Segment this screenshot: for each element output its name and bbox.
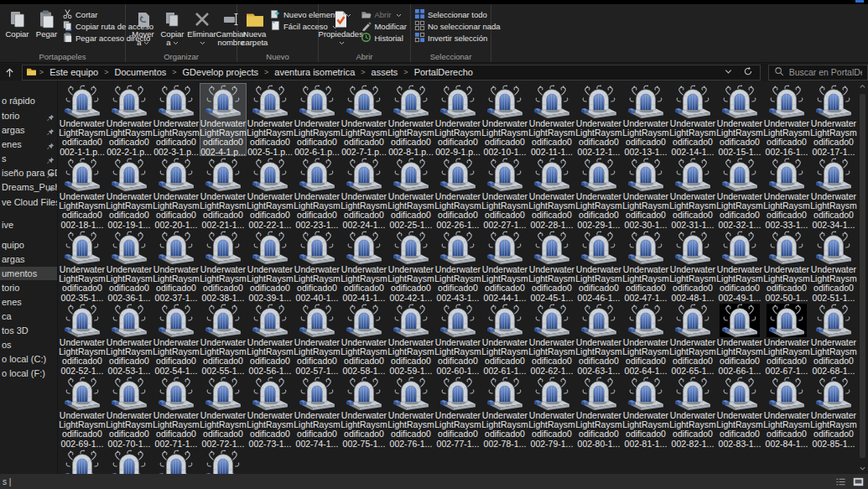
file-item[interactable]: Underwater LightRaysm odificado0 002-4-1…	[200, 83, 247, 156]
file-item[interactable]: Underwater LightRaysm odificado0 002-85-…	[810, 375, 857, 448]
file-item[interactable]: Underwater LightRaysm odificado0 002-59-…	[387, 302, 434, 375]
breadcrumb-item[interactable]: Este equipo	[46, 67, 101, 77]
copy-to-button[interactable]: Copiara	[159, 7, 186, 51]
file-item[interactable]: Underwater LightRaysm odificado0 002-15-…	[716, 83, 763, 156]
file-item[interactable]: Underwater LightRaysm odificado0 002-44-…	[481, 229, 528, 302]
file-item[interactable]: Underwater LightRaysm odificado0 002-49-…	[716, 229, 763, 302]
file-item[interactable]: Underwater LightRaysm odificado0 002-52-…	[59, 302, 106, 375]
file-item[interactable]: Underwater LightRaysm odificado0 002-65-…	[669, 302, 716, 375]
file-item[interactable]: Underwater LightRaysm odificado0 002-47-…	[622, 229, 669, 302]
sidebar-item[interactable]: iseño para GD	[0, 166, 57, 179]
sidebar-item[interactable]: argas	[0, 252, 57, 266]
file-item[interactable]: Underwater LightRaysm odificado0 002-20-…	[153, 156, 200, 229]
file-item[interactable]: Underwater LightRaysm odificado0 002-66-…	[716, 302, 763, 375]
file-item[interactable]: Underwater LightRaysm odificado0 002-64-…	[622, 302, 669, 375]
file-item[interactable]: Underwater LightRaysm odificado0 002-79-…	[528, 375, 575, 448]
sidebar-item[interactable]: o rápido	[0, 94, 57, 107]
file-item[interactable]: Underwater LightRaysm odificado0 002-62-…	[528, 302, 575, 375]
file-item[interactable]: Underwater LightRaysm odificado0 002-57-…	[294, 302, 340, 375]
file-item[interactable]: Underwater LightRaysm odificado0 002-10-…	[481, 83, 528, 156]
file-item[interactable]: Underwater LightRaysm odificado0 002-9-1…	[434, 83, 481, 156]
edit-button[interactable]: Modificar	[361, 21, 407, 32]
move-to-button[interactable]: Movera	[129, 7, 157, 51]
file-item[interactable]: Underwater LightRaysm odificado0 002-32-…	[716, 156, 763, 229]
refresh-button[interactable]	[743, 65, 753, 80]
scroll-down-button[interactable]	[857, 462, 868, 474]
file-item[interactable]: Underwater LightRaysm odificado0 002-75-…	[340, 375, 387, 448]
file-item[interactable]: Underwater LightRaysm odificado0 002-46-…	[575, 229, 622, 302]
file-item[interactable]: Underwater LightRaysm odificado0 002-34-…	[810, 156, 857, 229]
file-item[interactable]: Underwater LightRaysm odificado0 002-18-…	[59, 156, 106, 229]
breadcrumb-item[interactable]: PortalDerecho	[411, 67, 476, 77]
file-item[interactable]: Underwater LightRaysm odificado0 002-74-…	[294, 375, 340, 448]
file-item[interactable]: Underwater LightRaysm odificado0 002-2-1…	[106, 83, 153, 156]
new-folder-button[interactable]: Nuevacarpeta	[241, 7, 268, 51]
file-item[interactable]: Underwater LightRaysm odificado0 002-73-…	[247, 375, 294, 448]
file-item[interactable]: Underwater LightRaysm odificado0 002-3-1…	[153, 83, 200, 156]
file-item[interactable]: Underwater LightRaysm odificado0 002-51-…	[810, 229, 857, 302]
file-item[interactable]: Underwater LightRaysm odificado0 002-31-…	[669, 156, 716, 229]
invert-selection-button[interactable]: Invertir selección	[414, 33, 501, 44]
sidebar-item[interactable]: Dreams_Pushin	[0, 180, 57, 194]
file-item[interactable]: Underwater LightRaysm odificado0 002-21-…	[200, 156, 247, 229]
file-item[interactable]: Underwater LightRaysm odificado0 002-13-…	[622, 83, 669, 156]
file-item[interactable]: Underwater LightRaysm odificado0 002-63-…	[575, 302, 622, 375]
file-item[interactable]: Underwater LightRaysm odificado0 002-55-…	[200, 302, 247, 375]
scrollbar[interactable]	[857, 81, 868, 474]
file-item[interactable]: Underwater LightRaysm odificado0 002-76-…	[387, 375, 434, 448]
file-item[interactable]: Underwater LightRaysm odificado0 002-70-…	[106, 375, 153, 448]
file-item[interactable]: Underwater LightRaysm odificado0 002-16-…	[763, 83, 810, 156]
file-item[interactable]: Underwater LightRaysm odificado0 002-30-…	[622, 156, 669, 229]
file-item[interactable]: Underwater LightRaysm odificado0 002-26-…	[434, 156, 481, 229]
file-item[interactable]: Underwater LightRaysm odificado0 002-11-…	[528, 83, 575, 156]
file-item[interactable]: Underwater LightRaysm odificado0 002-6-1…	[294, 83, 340, 156]
paste-button[interactable]: Pegar	[33, 7, 60, 51]
file-item[interactable]: Underwater LightRaysm odificado0 002-77-…	[434, 375, 481, 448]
file-item[interactable]: Underwater LightRaysm odificado0 002-61-…	[481, 302, 528, 375]
sidebar-item[interactable]: o local (C:)	[0, 352, 57, 366]
search-input[interactable]	[789, 67, 862, 77]
file-item[interactable]: Underwater LightRaysm odificado0 002-7-1…	[340, 83, 387, 156]
file-item[interactable]: Underwater LightRaysm odificado0 002-82-…	[669, 375, 716, 448]
file-item[interactable]: Underwater LightRaysm odificado0 002-78-…	[481, 375, 528, 448]
search-box[interactable]	[768, 65, 868, 81]
file-item[interactable]: Underwater LightRaysm odificado0 002-67-…	[763, 302, 810, 375]
sidebar-item[interactable]: enes	[0, 295, 57, 309]
sidebar-item[interactable]: os	[0, 338, 57, 351]
file-item[interactable]: Underwater LightRaysm odificado0 002-29-…	[575, 156, 622, 229]
file-item[interactable]: Underwater LightRaysm odificado0 002-43-…	[434, 229, 481, 302]
sidebar-item[interactable]: umentos	[0, 267, 57, 280]
file-item[interactable]: Underwater LightRaysm odificado0 002-81-…	[622, 375, 669, 448]
file-item[interactable]: Underwater LightRaysm odificado0 002-87-…	[106, 448, 153, 474]
sidebar-item[interactable]: ve Cloud Files	[0, 195, 57, 209]
sidebar-item[interactable]: argas	[0, 123, 57, 137]
properties-button[interactable]: Propiedades	[322, 7, 359, 51]
file-item[interactable]: Underwater LightRaysm odificado0 002-38-…	[200, 229, 247, 302]
file-item[interactable]: Underwater LightRaysm odificado0 002-60-…	[434, 302, 481, 375]
up-button[interactable]	[0, 67, 20, 78]
sidebar-item[interactable]: o local (F:)	[0, 367, 57, 380]
open-button[interactable]: Abrir	[361, 9, 407, 20]
scrollbar-thumb[interactable]	[860, 94, 865, 458]
file-item[interactable]: Underwater LightRaysm odificado0 002-33-…	[763, 156, 810, 229]
file-item[interactable]: Underwater LightRaysm odificado0 002-40-…	[294, 229, 340, 302]
file-item[interactable]: Underwater LightRaysm odificado0 002-53-…	[106, 302, 153, 375]
file-item[interactable]: Underwater LightRaysm odificado0 002-86-…	[59, 448, 106, 474]
file-item[interactable]: Underwater LightRaysm odificado0 002-1-1…	[59, 83, 106, 156]
file-item[interactable]: Underwater LightRaysm odificado0 002-39-…	[247, 229, 294, 302]
sidebar-item[interactable]: enes	[0, 138, 57, 151]
file-item[interactable]: Underwater LightRaysm odificado0 002-56-…	[247, 302, 294, 375]
file-item[interactable]: Underwater LightRaysm odificado0 002-68-…	[810, 302, 857, 375]
file-item[interactable]: Underwater LightRaysm odificado0 002-17-…	[810, 83, 857, 156]
file-item[interactable]: Underwater LightRaysm odificado0 002-80-…	[575, 375, 622, 448]
select-none-button[interactable]: No seleccionar nada	[414, 21, 501, 32]
file-item[interactable]: Underwater LightRaysm odificado0 002-42-…	[387, 229, 434, 302]
breadcrumb-item[interactable]: GDevelop projects	[179, 67, 262, 77]
file-item[interactable]: Underwater LightRaysm odificado0 002-45-…	[528, 229, 575, 302]
file-item[interactable]: Underwater LightRaysm odificado0 002-14-…	[669, 83, 716, 156]
file-item[interactable]: Underwater LightRaysm odificado0 002-50-…	[763, 229, 810, 302]
history-button[interactable]: Historial	[361, 33, 407, 44]
file-item[interactable]: Underwater LightRaysm odificado0 002-22-…	[247, 156, 294, 229]
breadcrumb-item[interactable]: Documentos	[112, 67, 170, 77]
sidebar-item[interactable]: ca	[0, 310, 57, 323]
